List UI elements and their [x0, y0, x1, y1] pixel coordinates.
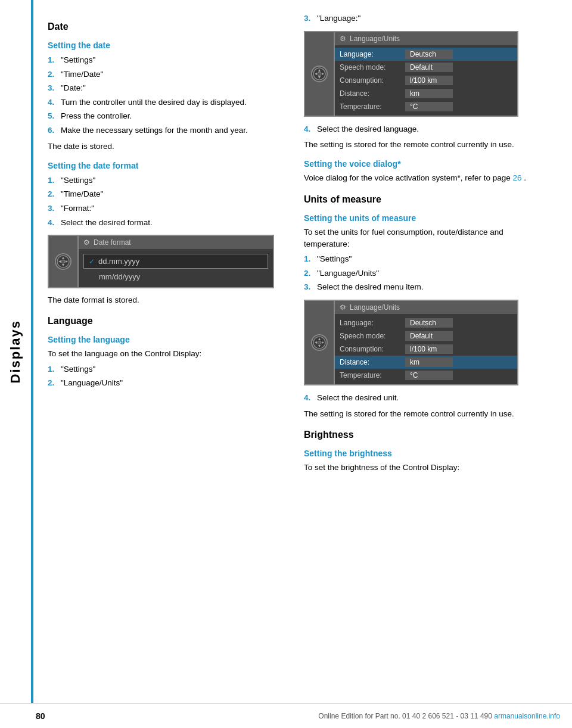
step-num: 3. [304, 12, 313, 25]
row-label: Speech mode: [340, 332, 405, 340]
language-note: The setting is stored for the remote con… [304, 139, 542, 151]
units-step4-list: 4. Select the desired unit. [304, 391, 542, 405]
list-item: 6. Make the necessary settings for the m… [48, 124, 286, 137]
units-intro: To set the units for fuel consumption, r… [304, 226, 542, 251]
screen-row-distance: Distance: km [335, 87, 517, 100]
units-mockup: ⚙ Language/Units Language: Deutsch Speec… [334, 300, 518, 385]
language-intro: To set the language on the Control Displ… [48, 348, 286, 360]
date-section-title: Date [48, 21, 286, 32]
language-units-mockup-header: ⚙ Language/Units [335, 32, 517, 45]
step-text: "Date:" [61, 82, 86, 95]
list-item: 3. "Format:" [48, 202, 286, 215]
setting-language-title: Setting the language [48, 335, 286, 344]
setting-date-format-steps: 1. "Settings" 2. "Time/Date" 3. "Format:… [48, 174, 286, 229]
screen-row-speech: Speech mode: Default [335, 61, 517, 74]
step-text: "Language:" [317, 12, 360, 25]
step-num: 4. [304, 391, 313, 405]
step-num: 6. [48, 124, 57, 137]
screen-row-temperature-u: Temperature: °C [335, 369, 517, 382]
date-format-row-selected: ✓ dd.mm.yyyy [83, 254, 268, 269]
step-text: "Settings" [317, 253, 352, 266]
screen-row-consumption-u: Consumption: l/100 km [335, 343, 517, 356]
setting-language-steps: 1. "Settings" 2. "Language/Units" [48, 363, 286, 390]
gear-icon-3: ⚙ [340, 303, 346, 312]
date-stored-note: The date is stored. [48, 141, 286, 153]
step-text: Select the desired format. [61, 216, 153, 229]
date-format-mockup-container: ⚙ Date format ✓ dd.mm.yyyy mm/dd/yyyy [48, 235, 274, 288]
language-step4-list: 4. Select the desired language. [304, 123, 542, 136]
step-num: 3. [48, 202, 57, 215]
row-label: Speech mode: [340, 63, 405, 71]
step-text: Select the desired language. [317, 123, 419, 136]
sidebar: Displays [0, 0, 31, 703]
step-num: 1. [304, 253, 313, 266]
step-text: "Language/Units" [61, 377, 123, 390]
step-num: 1. [48, 174, 57, 187]
date-format-stored-note: The date format is stored. [48, 294, 286, 306]
date-format-option-2: mm/dd/yyyy [99, 272, 140, 281]
footer: 80 Online Edition for Part no. 01 40 2 6… [0, 703, 572, 728]
setting-brightness-title: Setting the brightness [304, 449, 542, 458]
row-label: Language: [340, 319, 405, 327]
row-value: °C [405, 371, 453, 380]
voice-page-link[interactable]: 26 [512, 173, 521, 182]
step-num: 2. [304, 267, 313, 280]
row-value: Deutsch [405, 318, 453, 328]
step-text: "Time/Date" [61, 188, 103, 201]
step-num: 5. [48, 110, 57, 123]
step-text: "Settings" [61, 363, 95, 376]
row-label: Consumption: [340, 76, 405, 85]
list-item: 1. "Settings" [48, 54, 286, 67]
language-units-mockup: ⚙ Language/Units Language: Deutsch Speec… [334, 31, 518, 117]
step-num: 3. [304, 281, 313, 294]
language-units-header-text: Language/Units [350, 35, 400, 43]
left-column: Date Setting the date 1. "Settings" 2. "… [48, 12, 286, 476]
step-text: "Format:" [61, 202, 94, 215]
main-content: Date Setting the date 1. "Settings" 2. "… [36, 0, 572, 512]
step-num: 4. [48, 216, 57, 229]
step-num: 2. [48, 68, 57, 81]
step-num: 4. [304, 123, 313, 136]
step-num: 1. [48, 54, 57, 67]
controller-widget-3 [304, 300, 334, 385]
controller-widget-2 [304, 31, 334, 117]
step-num: 2. [48, 188, 57, 201]
units-mockup-header: ⚙ Language/Units [335, 301, 517, 314]
list-item: 2. "Language/Units" [48, 377, 286, 390]
list-item: 1. "Settings" [304, 253, 542, 266]
units-header-text: Language/Units [350, 303, 400, 312]
gear-icon: ⚙ [83, 238, 90, 247]
language-units-mockup-body: Language: Deutsch Speech mode: Default C… [335, 45, 517, 116]
list-item: 1. "Settings" [48, 174, 286, 187]
footer-logo: armanualsonline.info [494, 712, 560, 720]
step-text: Select the desired unit. [317, 391, 399, 405]
row-value: l/100 km [405, 344, 453, 354]
right-column: 3. "Language:" [304, 12, 542, 476]
list-item: 4. Select the desired format. [48, 216, 286, 229]
units-note: The setting is stored for the remote con… [304, 408, 542, 420]
language-section-title: Language [48, 316, 286, 326]
svg-point-5 [61, 260, 65, 263]
page-number: 80 [36, 711, 45, 721]
row-label: Consumption: [340, 345, 405, 353]
units-mockup-body: Language: Deutsch Speech mode: Default C… [335, 314, 517, 384]
row-label: Language: [340, 50, 405, 58]
setting-date-steps: 1. "Settings" 2. "Time/Date" 3. "Date:" … [48, 54, 286, 137]
row-label: Distance: [340, 358, 405, 366]
footer-part-text: Online Edition for Part no. 01 40 2 606 … [318, 712, 492, 720]
step-num: 1. [48, 363, 57, 376]
voice-dialog-text: Voice dialog for the voice activation sy… [304, 172, 542, 184]
row-label: Temperature: [340, 371, 405, 379]
date-format-header-text: Date format [94, 238, 131, 247]
screen-row-language: Language: Deutsch [335, 48, 517, 61]
row-value: l/100 km [405, 76, 453, 85]
row-value: km [405, 89, 453, 98]
step-num: 3. [48, 82, 57, 95]
step-text: "Settings" [61, 54, 95, 67]
date-format-option-1: dd.mm.yyyy [98, 257, 139, 266]
list-item: 2. "Time/Date" [48, 188, 286, 201]
svg-point-11 [318, 72, 321, 76]
step-num: 2. [48, 377, 57, 390]
date-format-row-unselected: mm/dd/yyyy [79, 270, 273, 284]
language-continued: 3. "Language:" [304, 12, 542, 151]
